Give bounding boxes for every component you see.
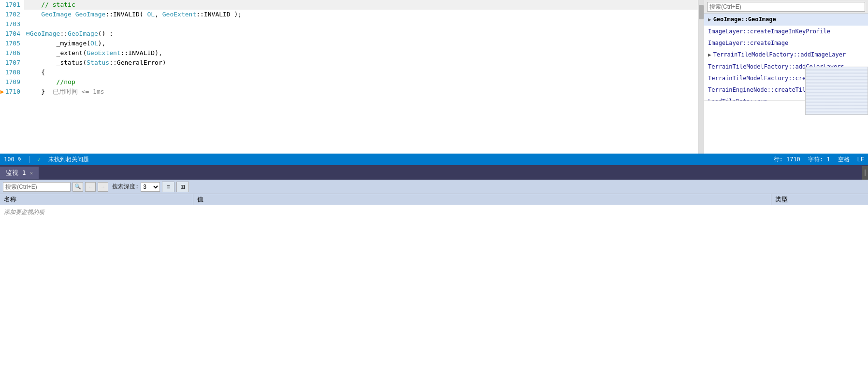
minimap-thumbnail [805, 67, 868, 115]
line-number: ▶1710 [0, 87, 24, 97]
watch-tab-1[interactable]: 监视 1 ✕ [0, 167, 39, 179]
code-line: 1705 _myimage(OL), [0, 39, 698, 48]
depth-select[interactable]: 3 1 2 4 5 [141, 182, 160, 192]
nav-next-button[interactable]: → [98, 182, 108, 192]
line-number: 1708 [0, 68, 24, 77]
call-stack-item-label: TerrainTileModelFactory::addImageLayer [713, 51, 846, 58]
watch-tab-close[interactable]: ✕ [30, 170, 33, 176]
status-bar: 100 % ✓ 未找到相关问题 行: 1710 字符: 1 空格 LF [0, 154, 868, 165]
code-line: 1709 //nop [0, 77, 698, 87]
watch-toolbar: 🔍 ← → 搜索深度: 3 1 2 4 5 ≡ ⊞ [0, 180, 868, 194]
panel-resize-handle[interactable] [862, 166, 868, 180]
line-number: 1703 [0, 19, 24, 29]
call-stack-item[interactable]: ImageLayer::createImage [704, 37, 868, 49]
right-search-input[interactable] [707, 2, 865, 12]
code-line: 1704⊟GeoImage::GeoImage() : [0, 29, 698, 39]
zoom-level: 100 % [4, 156, 21, 163]
nav-prev-button[interactable]: ← [85, 182, 96, 192]
code-line: 1707 _status(Status::GeneralError) [0, 58, 698, 68]
line-content: GeoImage GeoImage::INVALID( OL, GeoExten… [24, 10, 698, 19]
call-stack-item[interactable]: ▶TerrainTileModelFactory::addImageLayer [704, 49, 868, 61]
call-stack-item-label: ImageLayer::createImageInKeyProfile [708, 28, 830, 35]
bottom-tabs: 监视 1 ✕ [0, 166, 868, 180]
status-check-icon: ✓ [37, 156, 41, 163]
code-editor: 1701 // static1702 GeoImage GeoImage::IN… [0, 0, 698, 154]
code-line: 1708 { [0, 68, 698, 77]
line-number: 1706 [0, 48, 24, 58]
stack-arrow-icon: ▶ [708, 16, 711, 23]
line-number: 1701 [0, 0, 24, 10]
code-line: 1701 // static [0, 0, 698, 10]
code-line: 1706 _extent(GeoExtent::INVALID), [0, 48, 698, 58]
line-content: } 已用时间 <= 1ms [24, 87, 698, 97]
watch-hint: 添加要监视的项 [0, 205, 868, 219]
call-stack-item[interactable]: ImageLayer::createImageInKeyProfile [704, 26, 868, 37]
line-content: _extent(GeoExtent::INVALID), [24, 48, 698, 58]
line-number: 1704 [0, 29, 24, 39]
col-type-header: 类型 [771, 194, 868, 205]
row-info: 行: 1710 [774, 156, 800, 164]
watch-body: 添加要监视的项 [0, 205, 868, 368]
code-line: 1703 [0, 19, 698, 29]
line-content: //nop [24, 77, 698, 87]
line-content: ⊟GeoImage::GeoImage() : [24, 29, 698, 39]
space-info: 空格 [838, 156, 850, 164]
encoding-info: LF [857, 156, 864, 163]
right-panel: ▶GeoImage::GeoImageImageLayer::createIma… [704, 0, 868, 154]
depth-label: 搜索深度: [112, 183, 139, 191]
main-container: 1701 // static1702 GeoImage GeoImage::IN… [0, 0, 868, 368]
call-stack-item-label: ImageLayer::createImage [708, 40, 788, 46]
line-number: 1707 [0, 58, 24, 68]
line-number: 1705 [0, 39, 24, 48]
line-number: 1709 [0, 77, 24, 87]
call-stack-item-label: GeoImage::GeoImage [713, 16, 776, 23]
code-line: ▶1710 } 已用时间 <= 1ms [0, 87, 698, 97]
watch-search-input[interactable] [3, 182, 71, 192]
format-button[interactable]: ≡ [162, 182, 174, 192]
line-content: { [24, 68, 698, 77]
call-stack-item[interactable]: ▶GeoImage::GeoImage [704, 14, 868, 26]
line-number: 1702 [0, 10, 24, 19]
editor-scroll-thumb[interactable] [699, 5, 704, 19]
watch-tab-label: 监视 1 [6, 169, 26, 177]
col-info: 字符: 1 [808, 156, 830, 164]
expand-button[interactable]: ⊞ [176, 182, 189, 192]
code-line: 1702 GeoImage GeoImage::INVALID( OL, Geo… [0, 10, 698, 19]
watch-table-header: 名称 值 类型 [0, 194, 868, 205]
line-content: // static [24, 0, 698, 10]
status-text: 未找到相关问题 [48, 156, 89, 164]
editor-scrollbar[interactable] [698, 0, 704, 154]
col-val-header: 值 [193, 194, 771, 205]
breakpoint-arrow: ▶ [0, 88, 4, 95]
bottom-panel: 监视 1 ✕ 🔍 ← → 搜索深度: 3 1 2 4 5 ≡ ⊞ [0, 165, 868, 368]
search-button[interactable]: 🔍 [72, 182, 83, 192]
stack-arrow-icon: ▶ [708, 52, 711, 58]
col-name-header: 名称 [0, 194, 193, 205]
line-content: _myimage(OL), [24, 39, 698, 48]
line-content: _status(Status::GeneralError) [24, 58, 698, 68]
right-panel-search-bar [704, 0, 868, 14]
